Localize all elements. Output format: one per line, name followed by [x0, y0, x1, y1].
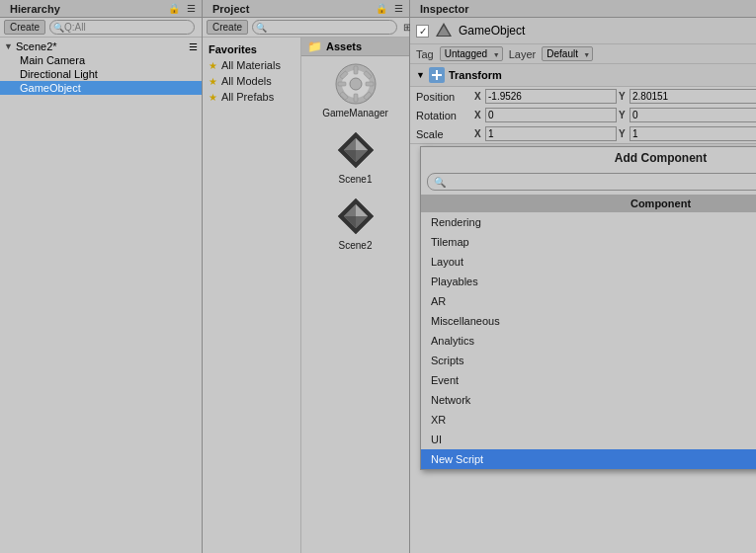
hierarchy-lock-icon[interactable]: 🔒 — [166, 3, 182, 14]
component-item-new-script[interactable]: New Script ▶ — [421, 449, 756, 469]
svg-rect-26 — [436, 70, 438, 80]
position-xyz-group: X Y Z — [474, 89, 756, 104]
svg-rect-3 — [354, 66, 358, 74]
favorites-header: Favorites — [205, 41, 298, 57]
rotation-y-field: Y — [619, 108, 756, 122]
inspector-panel: Inspector 🔒 ☰ GameObject Static ▼ Tag — [410, 0, 756, 553]
component-item-analytics[interactable]: Analytics ▶ — [421, 331, 756, 351]
rendering-label: Rendering — [431, 216, 481, 228]
tilemap-label: Tilemap — [431, 236, 469, 248]
asset-gamemanager[interactable]: GameManager — [321, 60, 390, 118]
scene2-icon — [332, 193, 379, 240]
component-item-tilemap[interactable]: Tilemap ▶ — [421, 232, 756, 252]
assets-header-label: Assets — [326, 40, 362, 52]
gameobject-name: GameObject — [459, 24, 756, 38]
hierarchy-item-directional-light[interactable]: Directional Light — [0, 67, 202, 81]
component-list: Rendering ▶ Tilemap ▶ Layout ▶ Playables… — [421, 212, 756, 469]
directional-light-label: Directional Light — [20, 68, 198, 80]
rotation-xyz-group: X Y Z — [474, 108, 756, 122]
svg-point-2 — [350, 78, 362, 90]
analytics-label: Analytics — [431, 335, 474, 347]
favorites-sidebar: Favorites ★ All Materials ★ All Models ★… — [203, 38, 301, 553]
component-item-xr[interactable]: XR ▶ — [421, 410, 756, 430]
svg-rect-5 — [338, 82, 346, 86]
rotation-x-field: X — [474, 108, 617, 122]
project-tab[interactable]: Project — [207, 2, 255, 16]
project-panel: Project 🔒 ☰ Create 🔍 ⊞ ☁ Favorites ★ A — [203, 0, 410, 553]
hierarchy-kebab-icon[interactable]: ☰ — [185, 3, 198, 14]
scale-y-label: Y — [619, 128, 629, 139]
favorites-item-materials[interactable]: ★ All Materials — [205, 57, 298, 73]
asset-scene1[interactable]: Scene1 — [321, 126, 390, 185]
rotation-y-input[interactable] — [630, 108, 756, 122]
unity-logo-icon — [435, 22, 453, 40]
position-y-input[interactable] — [630, 89, 756, 104]
transform-icon — [429, 67, 445, 83]
rotation-x-label: X — [474, 110, 484, 120]
component-item-layout[interactable]: Layout ▶ — [421, 252, 756, 272]
project-tab-icons: 🔒 ☰ — [374, 3, 405, 14]
scale-y-input[interactable] — [630, 126, 756, 141]
component-item-ui[interactable]: UI ▶ — [421, 430, 756, 449]
hierarchy-item-main-camera[interactable]: Main Camera — [0, 53, 202, 67]
transform-title: Transform — [449, 69, 756, 81]
inspector-tab[interactable]: Inspector — [414, 2, 475, 16]
scene-menu-icon[interactable]: ☰ — [189, 41, 198, 52]
component-item-playables[interactable]: Playables ▶ — [421, 272, 756, 291]
tag-label: Tag — [416, 48, 434, 60]
layer-label: Layer — [509, 48, 537, 60]
asset-scene2[interactable]: Scene2 — [321, 193, 390, 251]
project-toolbar: Create 🔍 ⊞ ☁ — [203, 18, 409, 38]
hierarchy-create-button[interactable]: Create — [4, 20, 45, 35]
fav-prefabs-label: All Prefabs — [221, 91, 274, 103]
hierarchy-content: ▼ Scene2* ☰ Main Camera Directional Ligh… — [0, 38, 202, 553]
scale-label: Scale — [416, 128, 470, 140]
component-item-rendering[interactable]: Rendering ▶ — [421, 212, 756, 232]
miscellaneous-label: Miscellaneous — [431, 315, 500, 327]
tag-layer-row: Tag Untagged Layer Default — [410, 44, 756, 64]
component-item-miscellaneous[interactable]: Miscellaneous ▶ — [421, 311, 756, 331]
component-item-event[interactable]: Event ▶ — [421, 370, 756, 390]
playables-label: Playables — [431, 276, 478, 287]
ar-label: AR — [431, 295, 446, 307]
project-create-button[interactable]: Create — [207, 20, 248, 35]
scripts-label: Scripts — [431, 355, 464, 366]
component-item-scripts[interactable]: Scripts ▶ — [421, 351, 756, 370]
position-row: Position X Y Z — [410, 87, 756, 106]
add-component-title: Add Component — [421, 147, 756, 169]
project-lock-icon[interactable]: 🔒 — [374, 3, 389, 14]
main-camera-label: Main Camera — [20, 54, 198, 66]
svg-rect-6 — [366, 82, 374, 86]
hierarchy-tab[interactable]: Hierarchy — [4, 2, 66, 16]
scale-xyz-group: X Y Z — [474, 126, 756, 141]
component-item-network[interactable]: Network ▶ — [421, 390, 756, 410]
position-x-input[interactable] — [485, 89, 617, 104]
gameobject-active-checkbox[interactable] — [416, 25, 429, 38]
scene-name: Scene2* — [16, 40, 189, 52]
scale-x-label: X — [474, 128, 484, 139]
favorites-item-prefabs[interactable]: ★ All Prefabs — [205, 89, 298, 105]
assets-folder-icon: 📁 — [307, 40, 322, 53]
position-y-label: Y — [619, 91, 629, 102]
transform-section: ▼ Transform ⚙ ℹ Position X — [410, 64, 756, 144]
favorites-item-models[interactable]: ★ All Models — [205, 73, 298, 89]
gamemanager-icon — [332, 60, 379, 108]
tag-select[interactable]: Untagged — [440, 46, 503, 61]
hierarchy-search-input[interactable] — [49, 20, 195, 35]
xr-label: XR — [431, 414, 446, 426]
project-search-input[interactable] — [252, 20, 397, 35]
position-label: Position — [416, 91, 470, 103]
component-search-input[interactable] — [450, 176, 756, 188]
transform-header[interactable]: ▼ Transform ⚙ ℹ — [410, 64, 756, 87]
project-kebab-icon[interactable]: ☰ — [392, 3, 405, 14]
hierarchy-tab-icons: 🔒 ☰ — [166, 3, 198, 14]
assets-main: 📁 Assets — [301, 38, 409, 553]
hierarchy-item-gameobject[interactable]: GameObject — [0, 81, 202, 95]
hierarchy-scene-root[interactable]: ▼ Scene2* ☰ — [0, 40, 202, 53]
rotation-row: Rotation X Y Z — [410, 106, 756, 124]
scale-x-input[interactable] — [485, 126, 617, 141]
layer-select[interactable]: Default — [542, 46, 593, 61]
rotation-x-input[interactable] — [485, 108, 617, 122]
project-tab-bar: Project 🔒 ☰ — [203, 0, 409, 18]
component-item-ar[interactable]: AR ▶ — [421, 291, 756, 311]
